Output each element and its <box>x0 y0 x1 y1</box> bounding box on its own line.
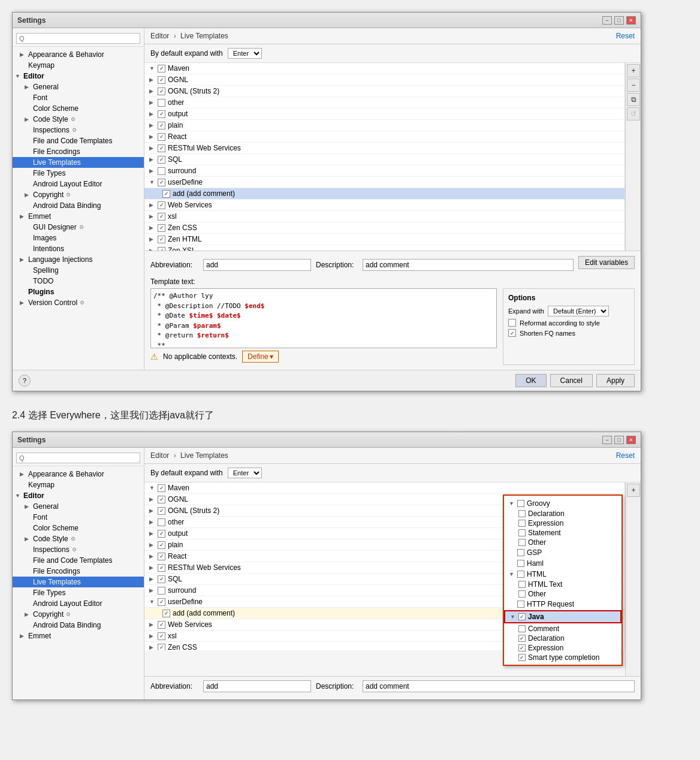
checkbox-icon[interactable] <box>158 518 165 526</box>
checkbox-icon[interactable] <box>158 122 165 129</box>
ctx-group-html[interactable]: ▼ HTML <box>504 569 621 580</box>
minimize-button-2[interactable]: − <box>602 436 612 444</box>
checkbox-icon[interactable] <box>158 224 165 232</box>
checkbox-icon[interactable] <box>162 610 170 617</box>
close-button-2[interactable]: ✕ <box>626 436 636 444</box>
checkbox-icon[interactable] <box>158 564 165 572</box>
checkbox-icon[interactable] <box>158 598 165 606</box>
checkbox-icon[interactable] <box>158 530 165 538</box>
checkbox-icon[interactable] <box>158 632 165 640</box>
ctx-item-html-other[interactable]: Other <box>504 589 621 599</box>
checkbox-icon[interactable] <box>158 144 165 152</box>
checkbox-icon[interactable] <box>518 644 526 652</box>
checkbox-icon[interactable] <box>158 76 165 84</box>
search-input-2[interactable] <box>16 453 140 463</box>
checkbox-icon[interactable] <box>158 201 165 209</box>
sidebar-item-live-templates[interactable]: Live Templates <box>13 157 144 168</box>
checkbox-icon[interactable] <box>158 133 165 141</box>
sidebar-item-todo[interactable]: TODO <box>13 276 144 286</box>
abbreviation-input[interactable] <box>203 259 311 271</box>
ok-button-1[interactable]: OK <box>515 374 546 387</box>
list-item[interactable]: ▶ Zen HTML <box>144 234 624 245</box>
checkbox-icon[interactable] <box>518 520 526 527</box>
list-item[interactable]: ▶ plain <box>144 120 624 131</box>
html-checkbox[interactable] <box>517 571 524 578</box>
ctx-group-groovy[interactable]: ▼ Groovy <box>504 498 621 509</box>
checkbox-icon[interactable] <box>158 553 165 560</box>
list-item[interactable]: ▼ Maven <box>144 63 624 74</box>
ctx-item-java-comment[interactable]: Comment <box>504 624 621 634</box>
sidebar-item-file-code-templates[interactable]: File and Code Templates <box>13 135 144 146</box>
checkbox-icon[interactable] <box>518 635 526 642</box>
sidebar-item-images[interactable]: Images <box>13 233 144 243</box>
checkbox-icon[interactable] <box>158 236 165 243</box>
sidebar-item-keymap[interactable]: Keymap <box>13 60 144 71</box>
checkbox-icon[interactable] <box>158 541 165 549</box>
ctx-group-java[interactable]: ▼ Java <box>504 610 621 623</box>
java-checkbox[interactable] <box>518 613 526 620</box>
sidebar-item-emmet[interactable]: ▶ Emmet <box>13 211 144 222</box>
sidebar-item-lang-injections[interactable]: ▶ Language Injections <box>13 254 144 265</box>
checkbox-icon[interactable] <box>158 156 165 164</box>
checkbox-icon[interactable] <box>158 99 165 107</box>
list-item[interactable]: ▶ xsl <box>144 211 624 222</box>
sidebar-item-editor[interactable]: ▼ Editor <box>13 71 144 82</box>
sidebar-item-file-types[interactable]: File Types <box>13 168 144 179</box>
checkbox-icon[interactable] <box>518 625 526 632</box>
description-input-2[interactable] <box>363 680 635 692</box>
sidebar-item-color-scheme[interactable]: Color Scheme <box>13 103 144 114</box>
checkbox-icon[interactable] <box>158 167 165 175</box>
checkbox-icon[interactable] <box>158 621 165 629</box>
list-item[interactable]: ▶ OGNL <box>144 74 624 86</box>
reformat-checkbox[interactable] <box>508 319 516 327</box>
ctx-item-groovy-expression[interactable]: Expression <box>504 518 621 528</box>
sidebar-item-2-editor[interactable]: ▼ Editor <box>13 490 144 501</box>
ctx-item-html-text[interactable]: HTML Text <box>504 580 621 589</box>
checkbox-icon[interactable] <box>158 110 165 118</box>
list-item[interactable]: ▼ Maven <box>144 482 624 494</box>
sidebar-item-intentions[interactable]: Intentions <box>13 243 144 254</box>
groovy-checkbox[interactable] <box>517 500 524 507</box>
ctx-item-java-smart[interactable]: Smart type completion <box>504 653 621 662</box>
define-button[interactable]: Define ▾ <box>242 351 279 363</box>
sidebar-item-2-live-templates[interactable]: Live Templates <box>13 577 144 587</box>
edit-variables-button[interactable]: Edit variables <box>578 256 635 269</box>
expand-with-select[interactable]: Default (Enter) <box>548 306 609 316</box>
shorten-checkbox[interactable] <box>508 329 516 337</box>
sidebar-item-appearance-behavior[interactable]: ▶ Appearance & Behavior <box>13 49 144 60</box>
list-item[interactable]: add (add comment) <box>144 188 624 200</box>
haml-checkbox[interactable] <box>517 560 524 567</box>
add-template-button[interactable]: + <box>627 64 640 77</box>
checkbox-icon[interactable] <box>158 247 165 251</box>
sidebar-item-2-color-scheme[interactable]: Color Scheme <box>13 523 144 533</box>
ctx-item-groovy-other[interactable]: Other <box>504 538 621 547</box>
checkbox-icon[interactable] <box>162 190 170 198</box>
sidebar-item-2-keymap[interactable]: Keymap <box>13 479 144 490</box>
sidebar-item-2-file-encodings[interactable]: File Encodings <box>13 566 144 577</box>
list-item[interactable]: ▶ Zen CSS <box>144 222 624 234</box>
apply-button-1[interactable]: Apply <box>596 374 635 387</box>
reset-link-2[interactable]: Reset <box>616 451 635 460</box>
copy-template-button[interactable]: ⧉ <box>627 93 640 106</box>
sidebar-item-2-android-data-binding[interactable]: Android Data Binding <box>13 620 144 631</box>
checkbox-icon[interactable] <box>518 529 526 536</box>
reset-link-1[interactable]: Reset <box>616 32 635 40</box>
ctx-group-http[interactable]: HTTP Request <box>504 599 621 610</box>
expand-select-1[interactable]: Enter <box>228 48 262 59</box>
sidebar-item-2-file-code-templates[interactable]: File and Code Templates <box>13 555 144 566</box>
help-button-1[interactable]: ? <box>19 375 31 387</box>
checkbox-icon[interactable] <box>158 484 165 492</box>
close-button-1[interactable]: ✕ <box>626 16 636 25</box>
sidebar-item-2-code-style[interactable]: ▶ Code Style ⚙ <box>13 533 144 544</box>
description-input[interactable] <box>363 259 574 271</box>
expand-select-2[interactable]: Enter <box>228 468 262 478</box>
checkbox-icon[interactable] <box>158 587 165 595</box>
minimize-button-1[interactable]: − <box>602 16 612 25</box>
gsp-checkbox[interactable] <box>517 549 524 556</box>
ctx-item-groovy-declaration[interactable]: Declaration <box>504 509 621 518</box>
list-item[interactable]: ▶ React <box>144 131 624 143</box>
ctx-group-gsp[interactable]: GSP <box>504 547 621 558</box>
list-item[interactable]: ▶ other <box>144 97 624 108</box>
ctx-item-groovy-statement[interactable]: Statement <box>504 528 621 538</box>
sidebar-item-2-emmet[interactable]: ▶ Emmet <box>13 631 144 641</box>
